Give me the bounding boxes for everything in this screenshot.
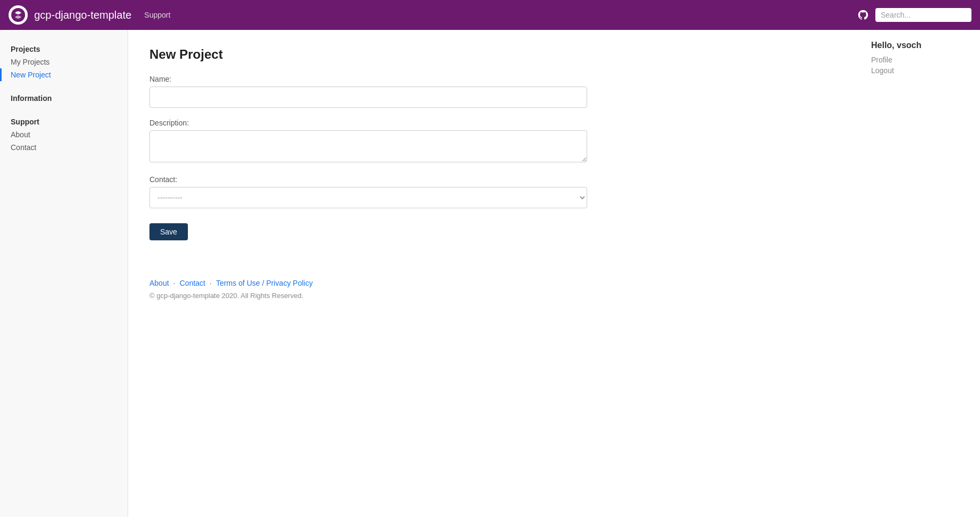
footer-link-contact[interactable]: Contact [179,279,205,287]
footer-copyright: © gcp-django-template 2020. All Rights R… [149,292,841,300]
greeting: Hello, vsoch [871,41,971,50]
logout-link[interactable]: Logout [871,65,971,76]
description-input[interactable] [149,130,587,162]
sidebar-header-support: Support [0,113,128,128]
form-group-name: Name: [149,75,841,108]
profile-link[interactable]: Profile [871,54,971,65]
description-label: Description: [149,119,841,127]
form-group-description: Description: [149,119,841,164]
sidebar-section-information: Information [0,90,128,105]
sidebar-item-new-project[interactable]: New Project [0,68,128,81]
footer: About · Contact · Terms of Use / Privacy… [149,262,841,308]
footer-link-about[interactable]: About [149,279,169,287]
sidebar-item-about[interactable]: About [0,128,128,141]
logo[interactable] [9,5,28,25]
right-panel: Hello, vsoch Profile Logout [863,30,980,517]
sidebar-item-contact[interactable]: Contact [0,141,128,154]
header: gcp-django-template Support [0,0,980,30]
search-input[interactable] [875,8,971,22]
name-label: Name: [149,75,841,83]
footer-sep-1: · [173,279,176,287]
sidebar-section-support: Support About Contact [0,113,128,154]
header-nav: Support [144,10,179,20]
sidebar-header-projects: Projects [0,41,128,56]
app-title: gcp-django-template [34,9,131,21]
page-title: New Project [149,47,841,62]
github-icon[interactable] [857,9,869,21]
sidebar: Projects My Projects New Project Informa… [0,30,128,517]
form-group-contact: Contact: ---------- [149,175,841,208]
save-button[interactable]: Save [149,223,188,240]
name-input[interactable] [149,87,587,108]
footer-sep-2: · [210,279,212,287]
sidebar-item-my-projects[interactable]: My Projects [0,56,128,68]
footer-link-terms[interactable]: Terms of Use / Privacy Policy [216,279,313,287]
footer-links: About · Contact · Terms of Use / Privacy… [149,279,841,287]
layout: Projects My Projects New Project Informa… [0,30,980,517]
new-project-form: Name: Description: Contact: ---------- S… [149,75,841,240]
contact-label: Contact: [149,175,841,184]
sidebar-header-information: Information [0,90,128,105]
contact-select[interactable]: ---------- [149,187,587,208]
nav-support[interactable]: Support [144,11,170,19]
sidebar-section-projects: Projects My Projects New Project [0,41,128,81]
svg-point-0 [11,8,25,22]
main-content: New Project Name: Description: Contact: … [128,30,863,517]
